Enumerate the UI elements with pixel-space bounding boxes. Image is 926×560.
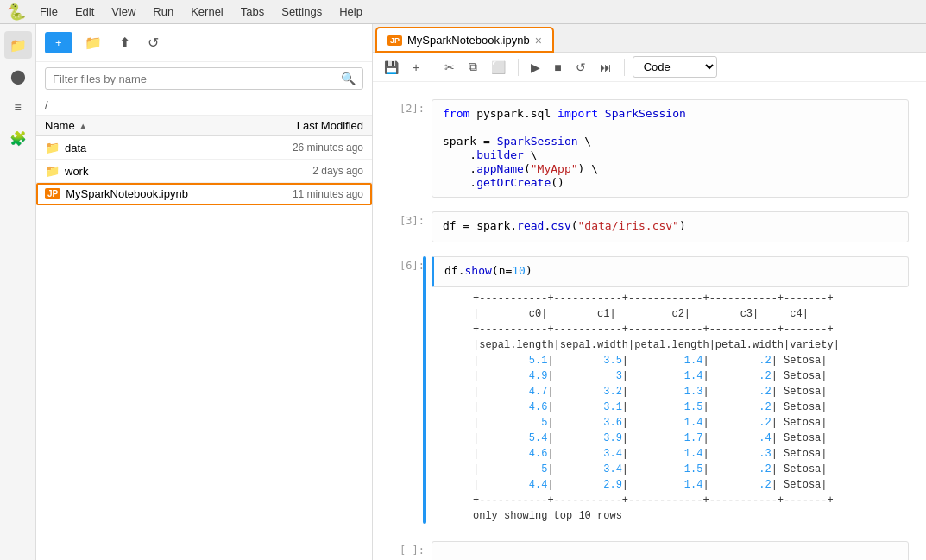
folder-icon-btn[interactable]: 📁 [79, 31, 107, 54]
copy-button[interactable]: ⧉ [464, 57, 482, 77]
cut-button[interactable]: ✂ [440, 58, 459, 77]
output-table: +-----------+-----------+------------+--… [473, 291, 909, 524]
folder-icon: 📁 [45, 164, 60, 178]
app-logo: 🐍 [7, 3, 26, 22]
menu-tabs[interactable]: Tabs [237, 3, 268, 20]
cell-label-3: [3]: [390, 211, 425, 227]
sidebar-toolbar: + 📁 ⬆ ↺ [36, 24, 372, 62]
cell-label-empty: [ ]: [390, 541, 425, 557]
tab-label: MySparkNotebook.ipynb [407, 34, 530, 47]
menu-view[interactable]: View [108, 3, 139, 20]
tab-notebook-icon: JP [387, 35, 402, 46]
file-row-data[interactable]: 📁 data 26 minutes ago [36, 136, 372, 160]
cell-2: [2]: from pyspark.sql import SparkSessio… [390, 99, 909, 198]
extensions-icon[interactable]: 🧩 [4, 124, 32, 152]
fast-forward-button[interactable]: ⏭ [595, 58, 616, 77]
file-name: work [65, 165, 243, 178]
running-icon[interactable]: ⬤ [4, 62, 32, 90]
notebook-content: [2]: from pyspark.sql import SparkSessio… [373, 82, 926, 560]
save-button[interactable]: 💾 [380, 58, 403, 77]
commands-icon[interactable]: ≡ [4, 93, 32, 121]
cell-input-2[interactable]: from pyspark.sql import SparkSessionspar… [432, 99, 909, 198]
file-browser-sidebar: + 📁 ⬆ ↺ 🔍 / Name ▲ Last Modified [36, 24, 373, 560]
file-modified: 2 days ago [243, 165, 363, 177]
restart-button[interactable]: ↺ [571, 58, 590, 77]
refresh-icon-btn[interactable]: ↺ [142, 31, 164, 54]
folder-icon: 📁 [45, 141, 60, 154]
menu-file[interactable]: File [36, 3, 61, 20]
active-cell-bar [423, 256, 426, 524]
left-icon-strip: 📁 ⬤ ≡ 🧩 [0, 24, 36, 560]
file-list: 📁 data 26 minutes ago 📁 work 2 days ago … [36, 136, 372, 560]
cell-label-6: [6]: [390, 256, 425, 272]
file-modified: 26 minutes ago [243, 142, 363, 154]
cell-type-select[interactable]: Code Markdown Raw [633, 56, 717, 78]
stop-button[interactable]: ■ [550, 58, 565, 77]
add-cell-button[interactable]: + [408, 58, 424, 77]
search-input[interactable] [53, 72, 341, 85]
run-button[interactable]: ▶ [526, 58, 545, 77]
file-row-work[interactable]: 📁 work 2 days ago [36, 160, 372, 183]
cell-input-3[interactable]: df = spark.read.csv("data/iris.csv") [432, 211, 909, 242]
file-name: MySparkNotebook.ipynb [66, 187, 243, 200]
files-icon[interactable]: 📁 [4, 31, 32, 59]
cell-output-6: +-----------+-----------+------------+--… [473, 291, 909, 524]
modified-column-header[interactable]: Last Modified [243, 119, 363, 132]
menu-run[interactable]: Run [149, 3, 177, 20]
toolbar-separator-2 [518, 59, 519, 76]
menu-kernel[interactable]: Kernel [187, 3, 227, 20]
new-button[interactable]: + [45, 32, 72, 53]
tab-bar: JP MySparkNotebook.ipynb × [373, 24, 926, 53]
cell-input-6[interactable]: df.show(n=10) [432, 256, 909, 287]
name-column-header[interactable]: Name ▲ [45, 119, 243, 132]
breadcrumb-separator: / [45, 98, 48, 111]
toolbar-separator-3 [624, 59, 625, 76]
toolbar-separator [432, 59, 432, 76]
notebook-icon: JP [45, 188, 60, 199]
file-row-notebook[interactable]: JP MySparkNotebook.ipynb 11 minutes ago [36, 183, 372, 205]
notebook-area: JP MySparkNotebook.ipynb × 💾 + ✂ ⧉ ⬜ ▶ ■… [373, 24, 926, 560]
sort-arrow-icon: ▲ [79, 121, 88, 131]
cell-empty: [ ]: [390, 541, 909, 560]
tab-close-button[interactable]: × [535, 35, 542, 47]
cell-3: [3]: df = spark.read.csv("data/iris.csv"… [390, 211, 909, 242]
search-icon: 🔍 [341, 72, 356, 85]
plus-icon: + [55, 36, 62, 49]
notebook-tab[interactable]: JP MySparkNotebook.ipynb × [376, 28, 553, 52]
cell-input-empty[interactable] [432, 541, 909, 560]
file-table-header: Name ▲ Last Modified [36, 116, 372, 136]
breadcrumb: / [36, 95, 372, 116]
cell-6: [6]: df.show(n=10) +-----------+--------… [390, 256, 909, 524]
upload-icon-btn[interactable]: ⬆ [114, 31, 135, 54]
file-modified: 11 minutes ago [243, 188, 363, 200]
paste-button[interactable]: ⬜ [487, 58, 510, 77]
menu-edit[interactable]: Edit [72, 3, 98, 20]
menu-settings[interactable]: Settings [278, 3, 325, 20]
file-name: data [65, 142, 243, 154]
notebook-toolbar: 💾 + ✂ ⧉ ⬜ ▶ ■ ↺ ⏭ Code Markdown Raw [373, 53, 926, 82]
search-box: 🔍 [45, 67, 363, 90]
menu-bar: 🐍 File Edit View Run Kernel Tabs Setting… [0, 0, 926, 24]
menu-help[interactable]: Help [336, 3, 366, 20]
cell-label-2: [2]: [390, 99, 425, 115]
